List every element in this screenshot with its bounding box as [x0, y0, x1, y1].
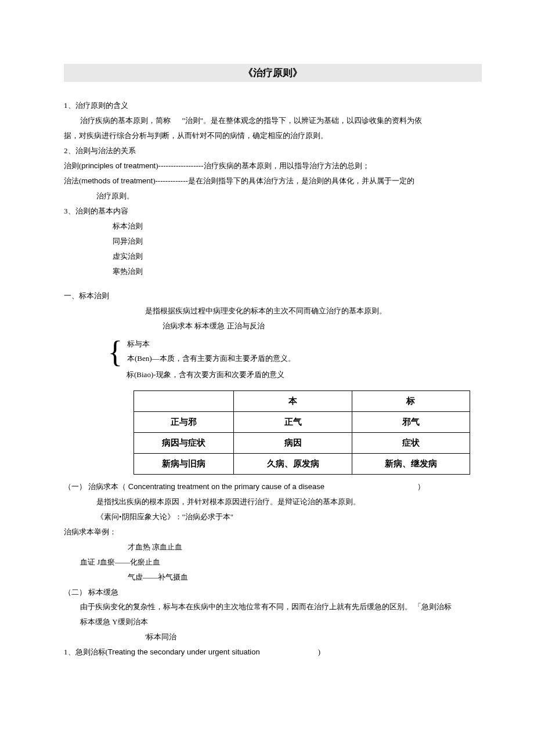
example-line-2: 血证 J血瘀——化瘀止血 — [64, 555, 482, 570]
table-row: 新病与旧病 久病、原发病 新病、继发病 — [134, 454, 470, 475]
brace-item-1: 标与本 — [127, 337, 295, 352]
section-3-item-1: 标本治则 — [64, 219, 482, 234]
sub1-heading: （一） 治病求本（ Concentrating treatment on the… — [64, 479, 482, 494]
table-row: 正与邪 正气 邪气 — [134, 412, 470, 433]
sub1-para-1: 是指找出疾病的根本原因，并针对根本原因进行治疗。是辩证论治的基本原则。 — [64, 494, 482, 509]
example-line-3: 气虚——补气摄血 — [64, 570, 482, 585]
brace-item-2: 本(Ben)—本质，含有主要方面和主要矛盾的意义。 — [127, 352, 295, 366]
section-3-item-4: 寒热治则 — [64, 264, 482, 279]
left-brace-icon: { — [108, 337, 127, 367]
page-title: 《治疗原则》 — [64, 64, 482, 82]
example-heading: 治病求本举例： — [64, 525, 482, 540]
section-3-item-2: 同异治则 — [64, 234, 482, 249]
table-row: 病因与症状 病因 症状 — [134, 433, 470, 454]
section-3-item-3: 虚实治则 — [64, 249, 482, 264]
table-header-blank — [134, 391, 234, 412]
biao-ben-table: 本 标 正与邪 正气 邪气 病因与症状 病因 症状 新病与旧病 久病、原发病 新… — [134, 390, 470, 475]
section-1-heading: 1、治疗原则的含义 — [64, 98, 482, 113]
section-1-para-2: 据，对疾病进行综合分析与判断，从而针对不同的病情，确定相应的治疗原则。 — [64, 128, 482, 143]
sub2-para-3: '标本同治 — [64, 630, 482, 645]
sub2-para-1: 由于疾病变化的复杂性，标与本在疾病中的主次地位常有不同，因而在治疗上就有先后缓急… — [64, 600, 482, 614]
table-header-biao: 标 — [352, 391, 470, 412]
brace-item-3: 标(Biao)-现象，含有次要方面和次要矛盾的意义 — [64, 367, 482, 382]
sub2-heading: （二） 标本缓急 — [64, 585, 482, 600]
section-2-line-3: 治疗原则。 — [64, 189, 482, 204]
sub2-para-2: 标本缓急 Y缓则治本 — [64, 614, 482, 630]
table-header-ben: 本 — [234, 391, 352, 412]
section-2-line-2: 治法(methods of treatment)-------------是在治… — [64, 173, 482, 189]
section-3-heading: 3、治则的基本内容 — [64, 204, 482, 219]
section-2-line-1: 治则(principles of treatment)-------------… — [64, 158, 482, 173]
section-biaoben-heading: 一、标本治则 — [64, 288, 482, 303]
section-2-heading: 2、治则与治法的关系 — [64, 143, 482, 158]
section-biaoben-desc: 是指根据疾病过程中病理变化的标本的主次不同而确立治疗的基本原则。 — [64, 303, 482, 319]
brace-top-line: 治病求本 标本缓急 正治与反治 — [64, 319, 482, 334]
section-1-para-1: 治疗疾病的基本原则，简称 "治则"。是在整体观念的指导下，以辨证为基础，以四诊收… — [64, 113, 482, 128]
example-line-1: 才血热 凉血止血 — [64, 540, 482, 555]
s1n-heading: 1、急则治标(Treating the secondary under urge… — [64, 645, 482, 660]
sub1-para-2: 《素问•阴阳应象大论》："治病必求于本" — [64, 509, 482, 525]
table-row: 本 标 — [134, 391, 470, 412]
